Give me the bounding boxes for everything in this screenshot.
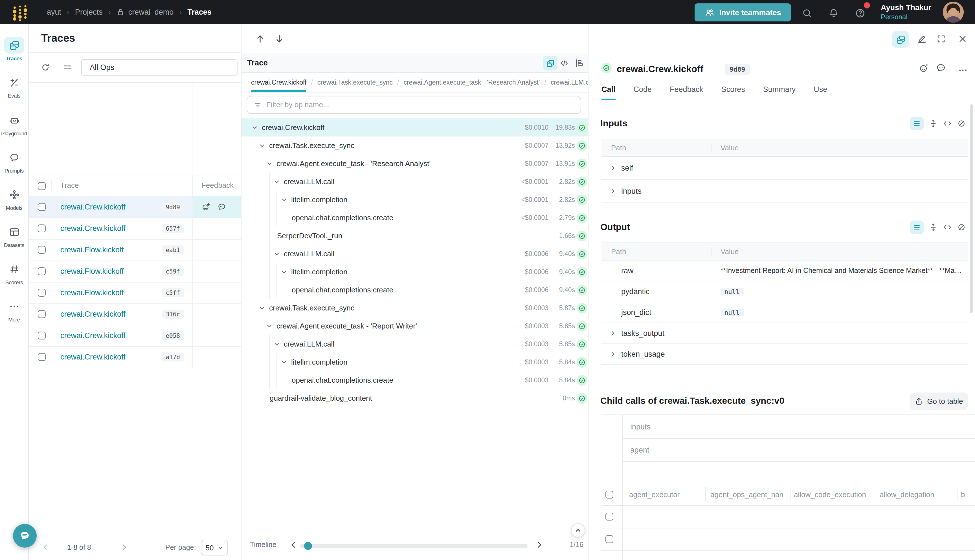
row-checkbox[interactable] [38, 267, 46, 275]
expand-caret[interactable] [266, 161, 272, 167]
trace-link[interactable]: crewai.Flow.kickoff [60, 267, 124, 275]
timeline-prev-icon[interactable] [289, 540, 298, 549]
trace-tree-row[interactable]: guardrail-validate_blog_content0ms [242, 389, 588, 407]
span-breadcrumb-item[interactable]: crewai.LLM.cal [551, 73, 588, 92]
column-header[interactable]: b [961, 490, 965, 498]
hide-values-icon[interactable] [957, 119, 966, 128]
trace-tree-row[interactable]: openai.chat.completions.create$0.00069.4… [242, 281, 588, 299]
tree-view-icon[interactable] [543, 56, 558, 70]
select-all-checkbox[interactable] [38, 182, 46, 190]
trace-tree-row[interactable]: crewai.Agent.execute_task - 'Research An… [242, 155, 588, 173]
vertical-scrollbar[interactable] [970, 104, 973, 313]
flame-graph-view-icon[interactable] [575, 58, 584, 68]
expand-caret[interactable] [281, 359, 287, 365]
trace-table-row[interactable]: crewai.Crew.kickoff9d89 [29, 196, 241, 218]
sidebar-item-evals[interactable]: Evals [0, 74, 28, 99]
breadcrumb-entity[interactable]: ayut [47, 8, 61, 17]
row-settings-icon[interactable] [63, 63, 72, 72]
expand-caret[interactable] [281, 197, 287, 203]
expand-caret[interactable] [281, 269, 287, 275]
call-id-badge[interactable]: 9d89 [725, 64, 750, 75]
row-checkbox[interactable] [38, 353, 46, 361]
trace-table-row[interactable]: crewai.Flow.kickoffc5ff [29, 282, 241, 304]
path-value-row[interactable]: raw**Investment Report: AI in Chemical a… [601, 260, 968, 282]
arrow-up-icon[interactable] [255, 34, 265, 44]
list-view-icon[interactable] [910, 117, 924, 130]
select-all-checkbox[interactable] [605, 491, 613, 498]
row-checkbox[interactable] [38, 310, 46, 318]
tab-feedback[interactable]: Feedback [670, 78, 703, 100]
timeline-slider-handle[interactable] [304, 542, 312, 550]
notifications-bell-icon[interactable] [828, 8, 839, 18]
trace-table-row[interactable]: crewai.Crew.kickoff657f [29, 218, 241, 240]
tab-scores[interactable]: Scores [721, 78, 745, 100]
trace-table-row[interactable]: crewai.Crew.kickoff316c [29, 303, 241, 325]
sidebar-item-prompts[interactable]: Prompts [0, 149, 28, 174]
column-header[interactable]: allow_code_execution [794, 490, 866, 498]
expand-rows-icon[interactable] [929, 119, 938, 128]
op-filter-input[interactable]: Filter by op name... [247, 96, 581, 114]
trace-tree-row[interactable]: crewai.Crew.kickoff$0.001019.83s [242, 118, 588, 137]
row-checkbox[interactable] [38, 246, 46, 254]
refresh-icon[interactable] [41, 63, 50, 72]
expand-caret[interactable] [610, 330, 616, 337]
trace-link[interactable]: crewai.Crew.kickoff [60, 203, 125, 211]
expand-caret[interactable] [274, 341, 280, 347]
wandb-logo-icon[interactable] [12, 3, 28, 22]
timeline-slider[interactable] [300, 543, 528, 548]
path-value-row[interactable]: self [601, 157, 968, 180]
tab-summary[interactable]: Summary [763, 78, 796, 100]
trace-tree-row[interactable]: crewai.LLM.call$0.00035.85s [242, 335, 588, 353]
comment-icon[interactable] [217, 202, 226, 212]
ops-filter-select[interactable]: All Ops [81, 59, 237, 75]
avatar[interactable] [943, 2, 964, 23]
child-call-row[interactable]: 'Report Writer'FalseFalse'E [601, 505, 975, 528]
tab-call[interactable]: Call [601, 78, 616, 100]
trace-tree-row[interactable]: crewai.LLM.call$0.00069.40s [242, 245, 588, 263]
go-to-table-button[interactable]: Go to table [910, 393, 968, 410]
row-checkbox[interactable] [38, 225, 46, 232]
child-call-row[interactable]: 'Research Analyst'FalseFalse'E [601, 528, 975, 551]
add-reaction-icon[interactable] [202, 202, 210, 212]
sidebar-item-traces[interactable]: Traces [0, 37, 28, 62]
span-breadcrumb-item[interactable]: crewai.Crew.kickoff [251, 73, 306, 92]
expand-caret[interactable] [610, 188, 616, 194]
column-header[interactable]: allow_delegation [880, 490, 934, 498]
more-options-icon[interactable] [958, 65, 968, 75]
fullscreen-expand-icon[interactable] [936, 34, 946, 44]
trace-table-row[interactable]: crewai.Crew.kickoffa17d [29, 346, 241, 368]
path-value-row[interactable]: inputs [601, 180, 968, 203]
trace-tree-row[interactable]: openai.chat.completions.create<$0.00012.… [242, 209, 588, 227]
invite-teammates-button[interactable]: Invite teammates [695, 3, 791, 22]
close-icon[interactable] [958, 34, 968, 44]
per-page-select[interactable]: 50 [201, 540, 228, 555]
trace-tree-row[interactable]: litellm.completion<$0.00012.82s [242, 191, 588, 209]
path-value-row[interactable]: tasks_output [601, 323, 968, 344]
path-value-row[interactable]: json_dictnull [601, 302, 968, 323]
add-reaction-icon[interactable] [918, 63, 929, 73]
sidebar-item-models[interactable]: Models [0, 186, 28, 211]
edit-pencil-icon[interactable] [917, 34, 927, 44]
tab-code[interactable]: Code [634, 78, 652, 100]
expand-caret[interactable] [259, 305, 265, 311]
column-header-trace[interactable]: Trace [60, 181, 79, 190]
trace-table-row[interactable]: crewai.Crew.kickoffe058 [29, 325, 241, 347]
trace-tree-row[interactable]: crewai.Task.execute_sync$0.000713.92s [242, 137, 588, 155]
column-header[interactable]: agent_ops_agent_nan [710, 490, 783, 498]
row-checkbox[interactable] [38, 203, 46, 211]
trace-table-row[interactable]: crewai.Flow.kickoffc59f [29, 260, 241, 283]
row-checkbox[interactable] [605, 535, 613, 543]
trace-tree-row[interactable]: litellm.completion$0.00035.84s [242, 353, 588, 371]
search-icon[interactable] [802, 8, 813, 18]
breadcrumb-projects[interactable]: Projects [75, 8, 103, 17]
arrow-down-icon[interactable] [274, 34, 284, 44]
comment-icon[interactable] [935, 63, 946, 73]
span-breadcrumb-item[interactable]: crewai.Agent.execute_task - 'Research An… [404, 73, 540, 92]
timeline-next-icon[interactable] [535, 540, 544, 549]
trace-link[interactable]: crewai.Flow.kickoff [60, 288, 124, 297]
expand-caret[interactable] [610, 351, 616, 357]
expand-caret[interactable] [259, 143, 265, 149]
expand-caret[interactable] [266, 323, 272, 329]
hide-values-icon[interactable] [957, 223, 966, 232]
trace-table-row[interactable]: crewai.Flow.kickoffeab1 [29, 239, 241, 261]
